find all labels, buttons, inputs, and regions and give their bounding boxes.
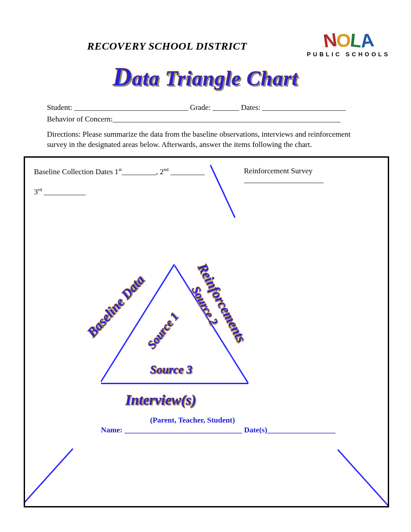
student-field[interactable]: Student: ______________________________ — [47, 103, 188, 112]
source-1-label: Source 1 — [145, 310, 181, 352]
district-title: RECOVERY SCHOOL DISTRICT — [87, 40, 247, 52]
triangle-chart-box: Baseline Collection Dates 1st_________, … — [24, 156, 389, 507]
logo-subtitle: PUBLIC SCHOOLS — [306, 51, 391, 58]
nola-logo: NOLA PUBLIC SCHOOLS — [306, 31, 391, 58]
dates-field[interactable]: Dates: ______________________ — [239, 103, 346, 112]
interview-subtext: (Parent, Teacher, Student) — [150, 416, 235, 425]
divider-line-bottom-right — [337, 449, 389, 507]
directions-text: Directions: Please summarize the data fr… — [47, 130, 369, 150]
baseline-dates-field[interactable]: Baseline Collection Dates 1st_________, … — [34, 167, 205, 176]
grade-field[interactable]: Grade: _______ — [188, 103, 239, 112]
reinforcement-survey-field[interactable]: Reinforcement Survey ___________________… — [244, 167, 382, 184]
page-title: Data Triangle Chart — [0, 62, 411, 92]
source-3-label: Source 3 — [150, 363, 193, 377]
form-fields: Student: ______________________________ … — [47, 102, 373, 125]
third-date-field[interactable]: 3rd ___________ — [34, 187, 85, 197]
triangle-side-bottom — [101, 383, 248, 384]
divider-line-bottom-left — [24, 448, 73, 507]
behavior-field[interactable]: Behavior of Concern:____________________… — [47, 115, 340, 123]
logo-icon: NOLA — [306, 31, 391, 50]
interview-name-field[interactable]: Name: _______________________________ Da… — [101, 426, 336, 435]
header: RECOVERY SCHOOL DISTRICT NOLA PUBLIC SCH… — [0, 17, 411, 53]
interviews-label: Interview(s) — [126, 392, 196, 408]
baseline-data-label: Baseline Data — [84, 272, 147, 340]
divider-line-top — [210, 165, 236, 218]
